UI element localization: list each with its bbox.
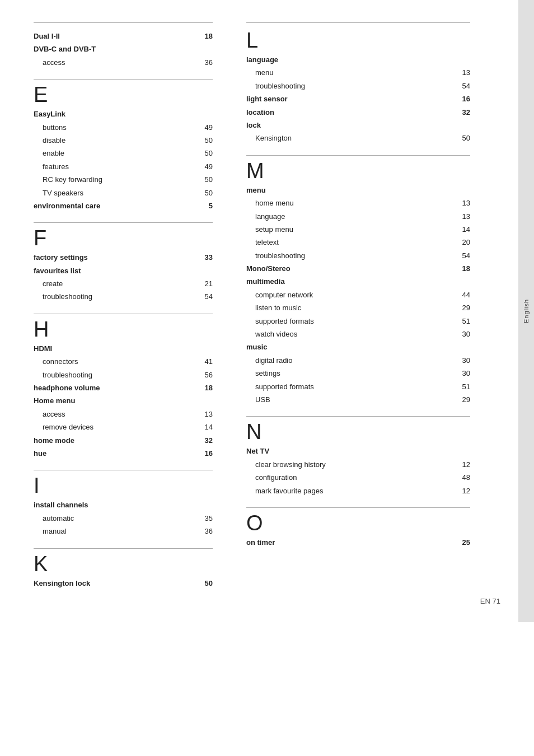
list-item: Net TV [246, 445, 470, 458]
entry-page: 29 [462, 301, 470, 314]
entry-page: 20 [462, 236, 470, 249]
entry-label: buttons [43, 121, 67, 134]
section-letter: M [246, 160, 470, 181]
entry-label: enable [43, 147, 64, 160]
entry-page: 48 [462, 471, 470, 484]
entry-page: 18 [205, 381, 213, 394]
list-item: computer network 44 [246, 288, 470, 301]
entry-label: settings [255, 367, 280, 380]
entry-page: 14 [205, 421, 213, 433]
list-item: automatic 35 [34, 512, 213, 525]
section-divider [246, 416, 470, 417]
section-letter: H [34, 319, 213, 340]
entry-label: install channels [34, 498, 88, 511]
left-column: Dual I-II 18 DVB-C and DVB-T access 36 E… [0, 22, 224, 600]
section-O: O on timer 25 [246, 507, 470, 549]
entry-label: access [43, 408, 65, 421]
section-divider [34, 222, 213, 223]
section-letter: O [246, 512, 470, 534]
list-item: RC key forwarding 50 [34, 173, 213, 186]
entry-label: Dual I-II [34, 30, 60, 43]
list-item: Kensington lock 50 [34, 577, 213, 590]
entry-label: environmental care [34, 199, 100, 212]
entry-label: on timer [246, 536, 275, 549]
list-item: buttons 49 [34, 121, 213, 134]
list-item: DVB-C and DVB-T [34, 43, 213, 55]
entry-page: 51 [462, 315, 470, 328]
page: Dual I-II 18 DVB-C and DVB-T access 36 E… [0, 0, 534, 622]
entry-label: menu [255, 66, 274, 79]
entry-label: home menu [255, 197, 294, 209]
section-K: K Kensington lock 50 [34, 548, 213, 590]
list-item: menu [246, 184, 470, 197]
section-M: M menu home menu 13 language 13 setup me… [246, 155, 470, 407]
list-item: configuration 48 [246, 471, 470, 484]
entry-page: 16 [462, 92, 470, 105]
list-item: light sensor 16 [246, 92, 470, 105]
section-divider [34, 314, 213, 314]
list-item: watch videos 30 [246, 328, 470, 340]
section-F: F factory settings 33 favourites list cr… [34, 222, 213, 304]
entry-page: 50 [205, 186, 213, 199]
entry-page: 50 [462, 132, 470, 144]
entry-page: 54 [205, 290, 213, 303]
list-item: menu 13 [246, 66, 470, 79]
entry-label: computer network [255, 288, 313, 301]
list-item: Dual I-II 18 [34, 30, 213, 43]
list-item: install channels [34, 498, 213, 511]
entry-label: home mode [34, 434, 74, 447]
list-item: language 13 [246, 210, 470, 223]
entry-label: light sensor [246, 92, 288, 105]
list-item: connectors 41 [34, 355, 213, 368]
entry-label: connectors [43, 355, 78, 368]
entry-label: configuration [255, 471, 297, 484]
entry-label: troubleshooting [255, 249, 305, 262]
list-item: location 32 [246, 106, 470, 119]
section-divider [34, 79, 213, 80]
list-item: home mode 32 [34, 434, 213, 447]
entry-label: disable [43, 134, 65, 147]
section-L: L language menu 13 troubleshooting 54 li… [246, 22, 470, 145]
list-item: TV speakers 50 [34, 186, 213, 199]
section-letter: L [246, 30, 470, 51]
entry-label: supported formats [255, 315, 314, 328]
entry-page: 12 [462, 484, 470, 497]
entry-label: manual [43, 525, 67, 538]
entry-page: 29 [462, 393, 470, 406]
entry-page: 32 [205, 434, 213, 447]
list-item: environmental care 5 [34, 199, 213, 212]
entry-label: troubleshooting [43, 368, 92, 381]
entry-label: language [255, 210, 285, 223]
entry-label: watch videos [255, 328, 297, 340]
entry-label: music [246, 340, 268, 353]
entry-page: 30 [462, 367, 470, 380]
page-number: EN 71 [480, 597, 500, 605]
list-item: troubleshooting 54 [246, 249, 470, 262]
list-item: manual 36 [34, 525, 213, 538]
entry-label: remove devices [43, 421, 93, 433]
entry-label: multimedia [246, 275, 285, 288]
section-I: I install channels automatic 35 manual 3… [34, 470, 213, 538]
entry-label: Net TV [246, 445, 269, 458]
entry-page: 30 [462, 354, 470, 367]
list-item: clear browsing history 12 [246, 458, 470, 471]
entry-label: headphone volume [34, 381, 100, 394]
list-item: setup menu 14 [246, 223, 470, 236]
entry-label: HDMI [34, 342, 52, 355]
entry-label: Kensington [255, 132, 292, 144]
list-item: factory settings 33 [34, 251, 213, 264]
entry-page: 54 [462, 249, 470, 262]
list-item: troubleshooting 56 [34, 368, 213, 381]
section-letter: I [34, 475, 213, 496]
entry-page: 33 [205, 251, 213, 264]
entry-page: 51 [462, 380, 470, 393]
entry-page: 25 [462, 536, 470, 549]
section-divider [34, 470, 213, 470]
entry-page: 13 [205, 408, 213, 421]
section-divider [246, 155, 470, 156]
list-item: EasyLink [34, 108, 213, 120]
entry-label: access [43, 56, 65, 69]
entry-label: features [43, 160, 69, 173]
entry-page: 13 [462, 210, 470, 223]
entry-page: 30 [462, 328, 470, 340]
